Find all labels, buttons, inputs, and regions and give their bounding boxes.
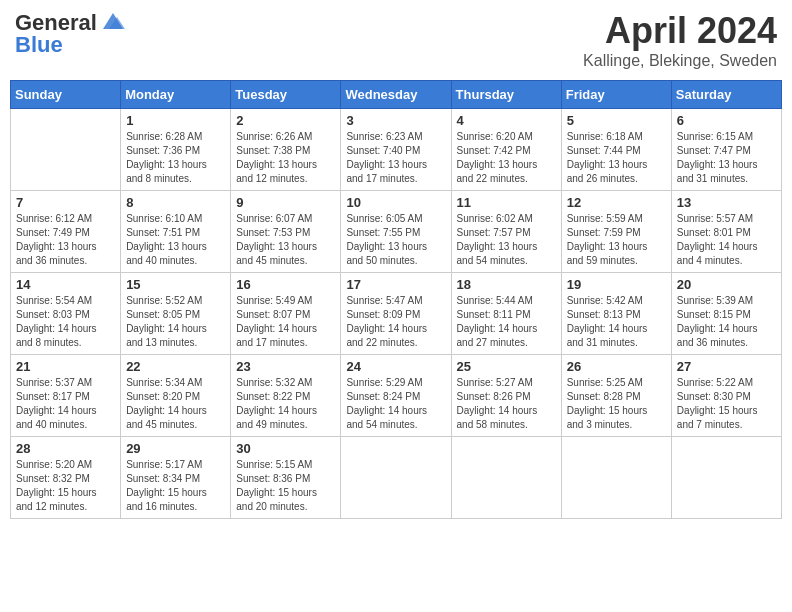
calendar-cell: 29Sunrise: 5:17 AM Sunset: 8:34 PM Dayli…: [121, 437, 231, 519]
calendar-cell: 1Sunrise: 6:28 AM Sunset: 7:36 PM Daylig…: [121, 109, 231, 191]
month-title: April 2024: [583, 10, 777, 52]
day-number: 26: [567, 359, 666, 374]
week-row-4: 21Sunrise: 5:37 AM Sunset: 8:17 PM Dayli…: [11, 355, 782, 437]
calendar-cell: [451, 437, 561, 519]
day-info: Sunrise: 5:44 AM Sunset: 8:11 PM Dayligh…: [457, 294, 556, 350]
day-number: 8: [126, 195, 225, 210]
day-info: Sunrise: 5:59 AM Sunset: 7:59 PM Dayligh…: [567, 212, 666, 268]
day-info: Sunrise: 5:47 AM Sunset: 8:09 PM Dayligh…: [346, 294, 445, 350]
day-info: Sunrise: 5:57 AM Sunset: 8:01 PM Dayligh…: [677, 212, 776, 268]
calendar-cell: 21Sunrise: 5:37 AM Sunset: 8:17 PM Dayli…: [11, 355, 121, 437]
title-section: April 2024 Kallinge, Blekinge, Sweden: [583, 10, 777, 70]
day-info: Sunrise: 5:42 AM Sunset: 8:13 PM Dayligh…: [567, 294, 666, 350]
calendar-cell: 11Sunrise: 6:02 AM Sunset: 7:57 PM Dayli…: [451, 191, 561, 273]
day-info: Sunrise: 5:27 AM Sunset: 8:26 PM Dayligh…: [457, 376, 556, 432]
calendar-cell: 2Sunrise: 6:26 AM Sunset: 7:38 PM Daylig…: [231, 109, 341, 191]
calendar-cell: [11, 109, 121, 191]
week-row-2: 7Sunrise: 6:12 AM Sunset: 7:49 PM Daylig…: [11, 191, 782, 273]
calendar-cell: 8Sunrise: 6:10 AM Sunset: 7:51 PM Daylig…: [121, 191, 231, 273]
day-info: Sunrise: 6:02 AM Sunset: 7:57 PM Dayligh…: [457, 212, 556, 268]
calendar-cell: 6Sunrise: 6:15 AM Sunset: 7:47 PM Daylig…: [671, 109, 781, 191]
calendar-cell: [341, 437, 451, 519]
day-number: 21: [16, 359, 115, 374]
calendar-cell: 18Sunrise: 5:44 AM Sunset: 8:11 PM Dayli…: [451, 273, 561, 355]
day-header-thursday: Thursday: [451, 81, 561, 109]
day-info: Sunrise: 6:05 AM Sunset: 7:55 PM Dayligh…: [346, 212, 445, 268]
day-number: 24: [346, 359, 445, 374]
day-number: 16: [236, 277, 335, 292]
day-info: Sunrise: 5:25 AM Sunset: 8:28 PM Dayligh…: [567, 376, 666, 432]
day-info: Sunrise: 5:22 AM Sunset: 8:30 PM Dayligh…: [677, 376, 776, 432]
calendar-cell: 14Sunrise: 5:54 AM Sunset: 8:03 PM Dayli…: [11, 273, 121, 355]
day-header-tuesday: Tuesday: [231, 81, 341, 109]
day-info: Sunrise: 6:18 AM Sunset: 7:44 PM Dayligh…: [567, 130, 666, 186]
day-info: Sunrise: 5:37 AM Sunset: 8:17 PM Dayligh…: [16, 376, 115, 432]
day-number: 17: [346, 277, 445, 292]
day-header-saturday: Saturday: [671, 81, 781, 109]
calendar-cell: 10Sunrise: 6:05 AM Sunset: 7:55 PM Dayli…: [341, 191, 451, 273]
day-info: Sunrise: 5:17 AM Sunset: 8:34 PM Dayligh…: [126, 458, 225, 514]
calendar-cell: [561, 437, 671, 519]
calendar-header-row: SundayMondayTuesdayWednesdayThursdayFrid…: [11, 81, 782, 109]
day-info: Sunrise: 6:15 AM Sunset: 7:47 PM Dayligh…: [677, 130, 776, 186]
calendar-cell: 28Sunrise: 5:20 AM Sunset: 8:32 PM Dayli…: [11, 437, 121, 519]
day-info: Sunrise: 6:20 AM Sunset: 7:42 PM Dayligh…: [457, 130, 556, 186]
day-number: 11: [457, 195, 556, 210]
day-info: Sunrise: 5:20 AM Sunset: 8:32 PM Dayligh…: [16, 458, 115, 514]
day-number: 29: [126, 441, 225, 456]
calendar-cell: 19Sunrise: 5:42 AM Sunset: 8:13 PM Dayli…: [561, 273, 671, 355]
day-info: Sunrise: 6:26 AM Sunset: 7:38 PM Dayligh…: [236, 130, 335, 186]
day-number: 28: [16, 441, 115, 456]
day-number: 18: [457, 277, 556, 292]
calendar-cell: 23Sunrise: 5:32 AM Sunset: 8:22 PM Dayli…: [231, 355, 341, 437]
day-info: Sunrise: 5:15 AM Sunset: 8:36 PM Dayligh…: [236, 458, 335, 514]
day-number: 30: [236, 441, 335, 456]
day-info: Sunrise: 5:39 AM Sunset: 8:15 PM Dayligh…: [677, 294, 776, 350]
calendar-cell: 9Sunrise: 6:07 AM Sunset: 7:53 PM Daylig…: [231, 191, 341, 273]
day-number: 27: [677, 359, 776, 374]
day-number: 1: [126, 113, 225, 128]
logo: General Blue: [15, 10, 127, 58]
day-number: 6: [677, 113, 776, 128]
day-number: 12: [567, 195, 666, 210]
day-number: 3: [346, 113, 445, 128]
calendar-cell: 27Sunrise: 5:22 AM Sunset: 8:30 PM Dayli…: [671, 355, 781, 437]
calendar-cell: 7Sunrise: 6:12 AM Sunset: 7:49 PM Daylig…: [11, 191, 121, 273]
page-header: General Blue April 2024 Kallinge, Blekin…: [10, 10, 782, 70]
day-info: Sunrise: 5:34 AM Sunset: 8:20 PM Dayligh…: [126, 376, 225, 432]
week-row-3: 14Sunrise: 5:54 AM Sunset: 8:03 PM Dayli…: [11, 273, 782, 355]
calendar-cell: 3Sunrise: 6:23 AM Sunset: 7:40 PM Daylig…: [341, 109, 451, 191]
day-header-friday: Friday: [561, 81, 671, 109]
day-info: Sunrise: 6:23 AM Sunset: 7:40 PM Dayligh…: [346, 130, 445, 186]
calendar-cell: 17Sunrise: 5:47 AM Sunset: 8:09 PM Dayli…: [341, 273, 451, 355]
calendar-cell: 4Sunrise: 6:20 AM Sunset: 7:42 PM Daylig…: [451, 109, 561, 191]
day-number: 23: [236, 359, 335, 374]
day-header-sunday: Sunday: [11, 81, 121, 109]
day-number: 15: [126, 277, 225, 292]
day-info: Sunrise: 6:12 AM Sunset: 7:49 PM Dayligh…: [16, 212, 115, 268]
day-header-wednesday: Wednesday: [341, 81, 451, 109]
day-info: Sunrise: 5:49 AM Sunset: 8:07 PM Dayligh…: [236, 294, 335, 350]
day-info: Sunrise: 5:32 AM Sunset: 8:22 PM Dayligh…: [236, 376, 335, 432]
day-info: Sunrise: 5:29 AM Sunset: 8:24 PM Dayligh…: [346, 376, 445, 432]
calendar-cell: 5Sunrise: 6:18 AM Sunset: 7:44 PM Daylig…: [561, 109, 671, 191]
day-number: 19: [567, 277, 666, 292]
day-number: 25: [457, 359, 556, 374]
calendar-cell: 12Sunrise: 5:59 AM Sunset: 7:59 PM Dayli…: [561, 191, 671, 273]
calendar-cell: 30Sunrise: 5:15 AM Sunset: 8:36 PM Dayli…: [231, 437, 341, 519]
calendar-cell: 22Sunrise: 5:34 AM Sunset: 8:20 PM Dayli…: [121, 355, 231, 437]
day-number: 7: [16, 195, 115, 210]
week-row-1: 1Sunrise: 6:28 AM Sunset: 7:36 PM Daylig…: [11, 109, 782, 191]
calendar-cell: 13Sunrise: 5:57 AM Sunset: 8:01 PM Dayli…: [671, 191, 781, 273]
day-number: 9: [236, 195, 335, 210]
calendar-cell: 26Sunrise: 5:25 AM Sunset: 8:28 PM Dayli…: [561, 355, 671, 437]
location-title: Kallinge, Blekinge, Sweden: [583, 52, 777, 70]
day-info: Sunrise: 6:07 AM Sunset: 7:53 PM Dayligh…: [236, 212, 335, 268]
day-info: Sunrise: 6:28 AM Sunset: 7:36 PM Dayligh…: [126, 130, 225, 186]
calendar-cell: 20Sunrise: 5:39 AM Sunset: 8:15 PM Dayli…: [671, 273, 781, 355]
day-number: 13: [677, 195, 776, 210]
calendar-cell: [671, 437, 781, 519]
week-row-5: 28Sunrise: 5:20 AM Sunset: 8:32 PM Dayli…: [11, 437, 782, 519]
logo-icon: [99, 11, 127, 33]
day-info: Sunrise: 5:54 AM Sunset: 8:03 PM Dayligh…: [16, 294, 115, 350]
